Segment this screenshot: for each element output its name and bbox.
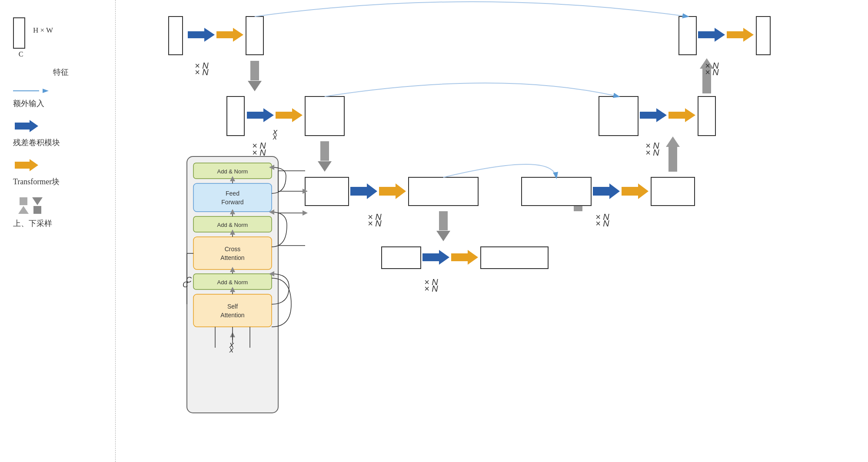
- svg-text:Cross: Cross: [225, 246, 241, 253]
- svg-marker-35: [451, 250, 478, 265]
- svg-marker-41: [593, 183, 620, 199]
- svg-rect-47: [599, 96, 638, 136]
- x-label-bottom: x: [229, 346, 233, 355]
- svg-rect-18: [227, 96, 244, 136]
- svg-rect-14: [246, 17, 263, 55]
- svg-rect-73: [193, 274, 272, 289]
- svg-rect-26: [305, 177, 349, 206]
- svg-marker-4: [32, 197, 43, 205]
- svg-marker-28: [379, 183, 406, 199]
- updown-arrow-legend-icon: [13, 197, 44, 214]
- svg-marker-20: [276, 108, 303, 122]
- svg-rect-43: [651, 177, 695, 206]
- times-n-6: × N: [645, 148, 659, 158]
- svg-rect-50: [698, 96, 715, 136]
- diagram-area: × N × N x × N: [117, 0, 868, 462]
- svg-rect-60: [193, 163, 272, 179]
- times-n-7: × N: [705, 67, 719, 77]
- svg-rect-54: [679, 17, 696, 55]
- svg-marker-46: [666, 136, 680, 147]
- svg-marker-39: [571, 189, 585, 200]
- svg-text:Feed: Feed: [226, 190, 239, 197]
- x-label-top: x: [273, 133, 277, 142]
- residual-conv-label: 残差卷积模块: [13, 138, 60, 147]
- svg-marker-24: [320, 141, 329, 161]
- svg-marker-45: [668, 147, 677, 172]
- svg-rect-67: [193, 237, 272, 269]
- times-n-4: × N: [424, 284, 438, 294]
- thin-line-icon: [13, 90, 39, 91]
- divider: [115, 0, 116, 462]
- svg-marker-25: [318, 161, 332, 172]
- svg-rect-33: [382, 247, 421, 269]
- legend: C H × W 特征 额外输入 残差卷积模块 Transformer块: [13, 17, 109, 229]
- svg-marker-48: [640, 108, 667, 122]
- transformer-block-label: Transformer块: [13, 177, 60, 186]
- svg-rect-11: [169, 17, 183, 55]
- c-label: C: [19, 50, 23, 58]
- svg-rect-29: [409, 177, 478, 206]
- svg-rect-62: [193, 183, 272, 212]
- arrow-head-icon: [43, 88, 49, 94]
- svg-marker-2: [15, 159, 38, 171]
- svg-rect-75: [193, 294, 272, 327]
- svg-text:Add & Norm: Add & Norm: [217, 168, 248, 175]
- svg-marker-49: [668, 108, 695, 122]
- times-n-5: × N: [595, 219, 609, 229]
- svg-rect-57: [756, 17, 770, 55]
- svg-text:Attention: Attention: [220, 254, 244, 261]
- svg-marker-12: [188, 28, 215, 42]
- svg-marker-32: [436, 231, 450, 241]
- times-n-1: × N: [195, 67, 209, 77]
- svg-marker-56: [727, 28, 754, 42]
- svg-rect-65: [193, 216, 272, 232]
- svg-rect-5: [20, 197, 27, 205]
- upsample-downsample-label: 上、下采样: [13, 219, 52, 228]
- svg-rect-6: [33, 206, 41, 214]
- svg-marker-27: [350, 183, 377, 199]
- svg-text:Add & Norm: Add & Norm: [217, 222, 248, 228]
- svg-marker-38: [574, 200, 582, 211]
- svg-marker-13: [216, 28, 243, 42]
- svg-text:Add & Norm: Add & Norm: [217, 279, 248, 286]
- svg-marker-55: [698, 28, 725, 42]
- svg-marker-19: [247, 108, 274, 122]
- svg-marker-31: [439, 211, 448, 230]
- svg-marker-1: [15, 120, 38, 132]
- hw-label: H × W: [33, 26, 53, 35]
- c-label-transformer: C: [183, 280, 188, 289]
- times-n-2: × N: [252, 148, 266, 158]
- extra-input-label: 额外输入: [13, 99, 44, 108]
- svg-marker-17: [248, 81, 262, 91]
- svg-rect-21: [305, 96, 344, 136]
- svg-rect-59: [187, 156, 278, 413]
- svg-marker-34: [422, 250, 449, 265]
- times-n-3: × N: [368, 219, 382, 229]
- svg-marker-3: [18, 206, 29, 214]
- svg-text:Forward: Forward: [221, 199, 243, 206]
- gold-arrow-legend-icon: [13, 158, 38, 172]
- blue-arrow-legend-icon: [13, 119, 38, 133]
- svg-marker-16: [250, 61, 259, 80]
- svg-text:Self: Self: [227, 303, 238, 310]
- svg-marker-42: [622, 183, 649, 199]
- svg-marker-0: [43, 89, 49, 93]
- svg-rect-40: [522, 177, 591, 206]
- feature-label: 特征: [53, 68, 69, 76]
- feature-rect-icon: [13, 17, 25, 49]
- svg-rect-36: [481, 247, 548, 269]
- svg-text:Attention: Attention: [220, 312, 244, 319]
- diagram-svg: × N × N x × N: [117, 0, 868, 462]
